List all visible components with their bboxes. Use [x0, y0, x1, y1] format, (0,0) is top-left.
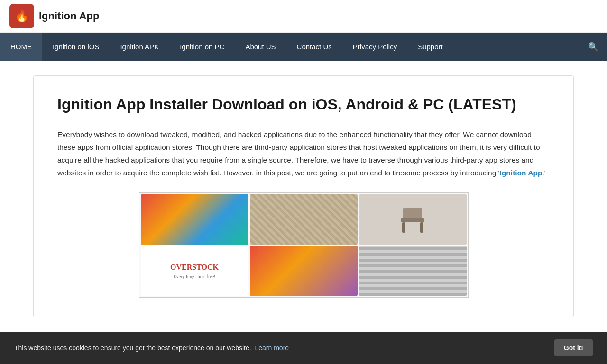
intro-text-before: Everybody wishes to download tweaked, mo… [57, 130, 540, 177]
main-wrapper: Ignition App Installer Download on iOS, … [19, 61, 588, 331]
overstock-tagline: Everything ships free! [174, 273, 216, 281]
nav-link-support[interactable]: Support [407, 33, 453, 61]
chair-svg [394, 200, 432, 238]
search-button[interactable]: 🔍 [579, 35, 607, 59]
nav-item-pc[interactable]: Ignition on PC [169, 33, 235, 61]
flame-icon: 🔥 [15, 7, 29, 25]
ad-cell-stripes [359, 246, 467, 296]
overstock-brand: OVERSTOCK [170, 261, 219, 273]
ad-cell-furniture [359, 194, 467, 245]
ad-cell-overstock: OVERSTOCK Everything ships free! [141, 246, 248, 296]
nav-item-privacy[interactable]: Privacy Policy [342, 33, 407, 61]
nav-list: HOME Ignition on iOS Ignition APK Igniti… [0, 33, 579, 61]
nav-item-contact[interactable]: Contact Us [286, 33, 342, 61]
ad-cell-abstract [141, 194, 248, 245]
nav-item-home[interactable]: HOME [0, 33, 42, 61]
ignition-app-link[interactable]: Ignition App [500, 169, 543, 177]
search-icon: 🔍 [588, 42, 598, 52]
nav-item-about[interactable]: About US [235, 33, 286, 61]
advertisement: Advertisement OVERSTOCK E [139, 192, 469, 298]
content-area: Ignition App Installer Download on iOS, … [33, 75, 574, 317]
ad-cell-rug [250, 194, 358, 245]
ad-inner: OVERSTOCK Everything ships free! [139, 193, 468, 297]
svg-rect-2 [402, 222, 405, 233]
nav-link-apk[interactable]: Ignition APK [110, 33, 169, 61]
site-header: 🔥 Ignition App [0, 0, 607, 33]
ad-cell-rug2 [250, 246, 358, 296]
navigation: HOME Ignition on iOS Ignition APK Igniti… [0, 33, 607, 61]
svg-rect-3 [420, 222, 423, 233]
nav-link-about[interactable]: About US [235, 33, 286, 61]
intro-paragraph: Everybody wishes to download tweaked, mo… [57, 128, 550, 180]
site-title: Ignition App [39, 8, 99, 24]
nav-link-ios[interactable]: Ignition on iOS [42, 33, 110, 61]
nav-item-support[interactable]: Support [407, 33, 453, 61]
svg-rect-1 [401, 218, 424, 222]
nav-link-privacy[interactable]: Privacy Policy [342, 33, 407, 61]
nav-link-contact[interactable]: Contact Us [286, 33, 342, 61]
svg-rect-0 [403, 208, 422, 219]
nav-link-home[interactable]: HOME [0, 33, 42, 61]
nav-item-apk[interactable]: Ignition APK [110, 33, 169, 61]
nav-item-ios[interactable]: Ignition on iOS [42, 33, 110, 61]
logo-icon: 🔥 [9, 4, 34, 28]
nav-link-pc[interactable]: Ignition on PC [169, 33, 235, 61]
page-heading: Ignition App Installer Download on iOS, … [57, 95, 550, 115]
logo-link[interactable]: 🔥 Ignition App [9, 4, 99, 28]
intro-text-after: .' [542, 169, 545, 177]
